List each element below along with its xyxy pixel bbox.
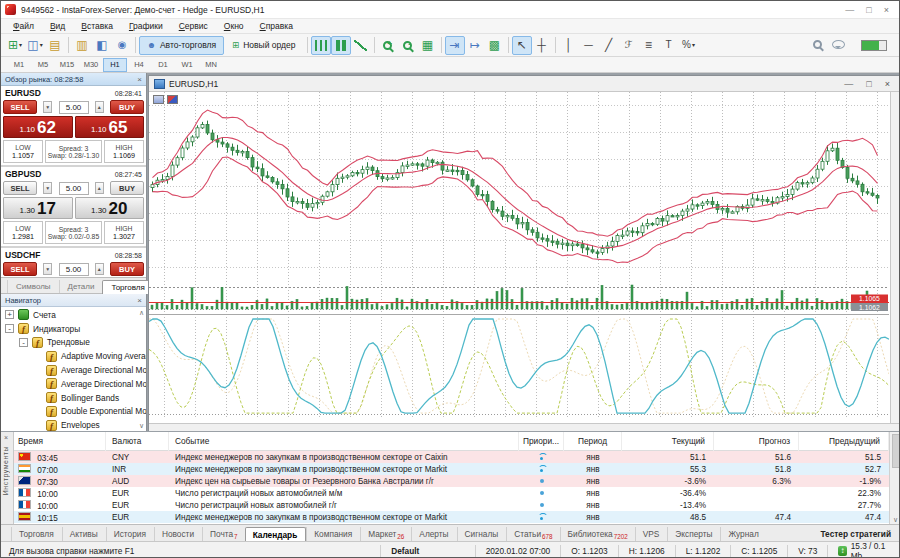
- bottom-tab[interactable]: Активы: [62, 527, 106, 541]
- buy-button[interactable]: BUY: [110, 181, 144, 195]
- volume-up-button[interactable]: ▲: [95, 182, 104, 194]
- new-chart-button[interactable]: ⊞▾: [5, 36, 25, 55]
- bottom-tab[interactable]: Алерты: [411, 527, 456, 541]
- menu-item[interactable]: Вид: [42, 20, 73, 32]
- market-watch-tab[interactable]: Детали: [59, 280, 103, 293]
- timeframe-button[interactable]: M1: [7, 58, 31, 72]
- tree-item[interactable]: f Average Directional Movement: [1, 377, 146, 391]
- vertical-line-icon[interactable]: │: [559, 36, 579, 55]
- market-watch-tab[interactable]: Символы: [7, 280, 59, 293]
- tree-item[interactable]: + Счета: [1, 308, 146, 322]
- buy-button[interactable]: BUY: [110, 262, 144, 276]
- one-click-trading-icon[interactable]: [153, 95, 164, 104]
- bid-price[interactable]: 1.1062: [3, 116, 73, 138]
- chart-canvas[interactable]: 1.10651.1062: [149, 92, 899, 423]
- toolbox-side-tab[interactable]: × Инструменты: [1, 432, 14, 524]
- calendar-row[interactable]: 10:00 EUR Число регистраций новых автомо…: [14, 487, 889, 499]
- profile-name[interactable]: Default: [380, 545, 474, 557]
- market-watch-icon[interactable]: ▤: [45, 36, 65, 55]
- line-chart-icon[interactable]: [351, 36, 371, 55]
- timeframe-button[interactable]: H4: [127, 58, 151, 72]
- menu-item[interactable]: Сервис: [171, 20, 216, 32]
- close-icon[interactable]: ×: [4, 434, 8, 441]
- calendar-scrollbar[interactable]: ∨: [889, 432, 900, 524]
- timeframe-button[interactable]: M15: [55, 58, 79, 72]
- column-header[interactable]: Текущий: [622, 432, 714, 451]
- candlestick-chart-icon[interactable]: [331, 36, 351, 55]
- calendar-row[interactable]: 10:15 EUR Индекс менеджеров по закупкам …: [14, 511, 889, 523]
- indicators-icon[interactable]: ▩: [485, 36, 505, 55]
- chart-title-bar[interactable]: EURUSD,H1 — □ ×: [149, 76, 899, 92]
- tree-item[interactable]: f Double Exponential Moving Avg: [1, 405, 146, 419]
- timeframe-button[interactable]: W1: [175, 58, 199, 72]
- chat-icon[interactable]: [832, 40, 845, 51]
- bid-price[interactable]: 1.3017: [3, 197, 73, 219]
- timeframe-button[interactable]: MN: [199, 58, 223, 72]
- calendar-row[interactable]: 10:00 EUR Число регистраций новых автомо…: [14, 499, 889, 511]
- maximize-icon[interactable]: □: [866, 79, 871, 89]
- volume-down-button[interactable]: ▼: [43, 101, 52, 113]
- minimize-icon[interactable]: —: [844, 79, 853, 89]
- bottom-tab[interactable]: Календарь: [245, 527, 307, 542]
- menu-item[interactable]: Справка: [252, 20, 301, 32]
- bottom-tab[interactable]: Компания: [306, 527, 360, 541]
- close-icon[interactable]: ×: [137, 75, 142, 84]
- horizontal-line-icon[interactable]: ─: [579, 36, 599, 55]
- column-header[interactable]: Предыдущий: [799, 432, 889, 451]
- search-icon[interactable]: [813, 40, 822, 51]
- market-watch-tab[interactable]: Торговля: [102, 280, 153, 294]
- open-profile-button[interactable]: ◫▾: [25, 36, 45, 55]
- column-header[interactable]: Время: [14, 432, 106, 451]
- data-window-icon[interactable]: ▥: [72, 36, 92, 55]
- volume-up-button[interactable]: ▲: [95, 263, 104, 275]
- ask-price[interactable]: 1.3020: [75, 197, 145, 219]
- calendar-row[interactable]: 07:30 AUD Индекс цен на сырьевые товары …: [14, 475, 889, 487]
- zoom-in-icon[interactable]: +: [378, 36, 398, 55]
- timeframe-button[interactable]: M5: [31, 58, 55, 72]
- auto-scroll-icon[interactable]: ⇥: [445, 36, 465, 55]
- scroll-up-icon[interactable]: ∧: [139, 309, 144, 317]
- scroll-down-icon[interactable]: ∨: [893, 516, 898, 524]
- timeframe-button[interactable]: D1: [151, 58, 175, 72]
- bottom-tab[interactable]: Новости: [154, 527, 202, 541]
- tree-item[interactable]: f Envelopes: [1, 418, 146, 432]
- bar-chart-icon[interactable]: [311, 36, 331, 55]
- zoom-out-icon[interactable]: -: [398, 36, 418, 55]
- bottom-tab[interactable]: VPS: [635, 527, 668, 541]
- tile-windows-icon[interactable]: ▦: [418, 36, 438, 55]
- menu-item[interactable]: Графики: [121, 20, 171, 32]
- minimize-icon[interactable]: —: [845, 5, 854, 15]
- column-header[interactable]: Период: [564, 432, 622, 451]
- bottom-tab[interactable]: Статьи678: [506, 527, 559, 541]
- bottom-tab[interactable]: Библиотека7202: [560, 527, 635, 541]
- timeframe-button[interactable]: M30: [79, 58, 103, 72]
- close-icon[interactable]: ×: [884, 5, 889, 15]
- bottom-tab[interactable]: Маркет26: [360, 527, 411, 541]
- buy-button[interactable]: BUY: [110, 100, 144, 114]
- strategy-tester-tab[interactable]: Тестер стратегий: [810, 527, 900, 541]
- bottom-tab[interactable]: Торговля: [11, 527, 62, 541]
- sell-button[interactable]: SELL: [3, 262, 37, 276]
- trendline-icon[interactable]: ╱: [599, 36, 619, 55]
- tree-expander[interactable]: +: [5, 310, 14, 319]
- tree-expander[interactable]: -: [19, 338, 28, 347]
- text-tool-icon[interactable]: T: [659, 36, 679, 55]
- sell-button[interactable]: SELL: [3, 100, 37, 114]
- menu-item[interactable]: Окно: [216, 20, 252, 32]
- auto-trading-button[interactable]: ☻ Авто-торговля: [139, 36, 224, 55]
- bottom-tab[interactable]: Сигналы: [457, 527, 507, 541]
- channel-icon[interactable]: ≡: [639, 36, 659, 55]
- timeframe-button[interactable]: H1: [103, 58, 127, 72]
- menu-item[interactable]: Файл: [5, 20, 42, 32]
- ask-price[interactable]: 1.1065: [75, 116, 145, 138]
- close-icon[interactable]: ×: [885, 79, 890, 89]
- volume-field[interactable]: 5.00: [59, 101, 89, 114]
- calendar-row[interactable]: 03:45 CNY Индекс менеджеров по закупкам …: [14, 451, 889, 463]
- crosshair-icon[interactable]: ┼: [532, 36, 552, 55]
- tree-item[interactable]: - f Трендовые: [1, 336, 146, 350]
- tree-item[interactable]: f Average Directional Movement: [1, 363, 146, 377]
- volume-field[interactable]: 5.00: [59, 182, 89, 195]
- bottom-tab[interactable]: Журнал: [720, 527, 766, 541]
- scroll-down-icon[interactable]: ∨: [139, 422, 144, 430]
- bottom-tab[interactable]: История: [106, 527, 154, 541]
